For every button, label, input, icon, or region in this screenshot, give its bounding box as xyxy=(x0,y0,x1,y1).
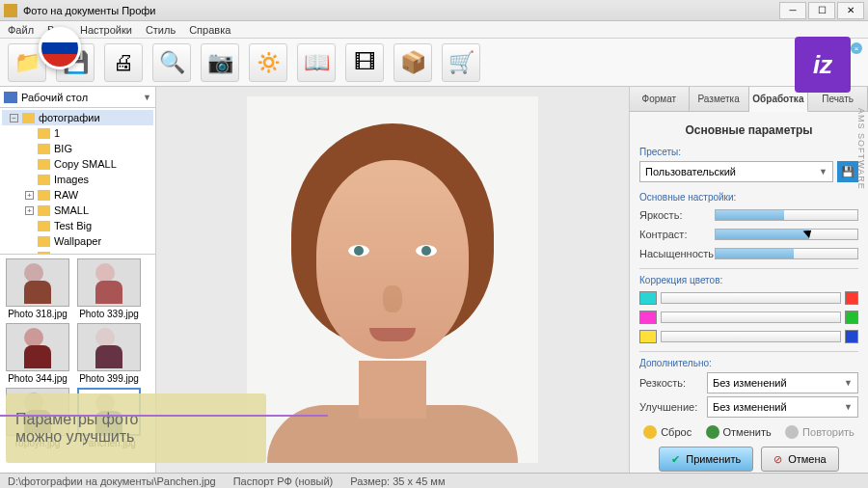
folder-icon xyxy=(22,113,35,123)
reset-button[interactable]: Сброс xyxy=(643,425,692,439)
extra-select[interactable]: Без изменений▼ xyxy=(707,396,858,418)
photo-preview[interactable] xyxy=(247,96,538,463)
check-icon: ✔ xyxy=(671,453,680,466)
tree-node[interactable]: BIG xyxy=(2,141,153,156)
desktop-icon xyxy=(4,92,17,103)
chevron-down-icon: ▼ xyxy=(143,93,151,102)
tree-node[interactable]: Copy SMALL xyxy=(2,156,153,172)
folder-icon xyxy=(38,159,50,170)
menu-help[interactable]: Справка xyxy=(189,24,231,36)
tooltip-overlay: Параметры фото можно улучшить xyxy=(6,393,266,463)
cancel-icon: ⊘ xyxy=(773,453,782,466)
thumbnail[interactable]: Photo 344.jpg xyxy=(4,323,71,384)
chevron-down-icon: ▼ xyxy=(844,378,853,388)
basic-label: Основные настройки: xyxy=(639,192,858,203)
titlebar: Фото на документы Профи ─ ☐ ✕ xyxy=(0,0,868,21)
color-label: Коррекция цветов: xyxy=(639,275,858,285)
status-passport: Паспорт РФ (новый) xyxy=(233,475,334,487)
slider-2[interactable]: Насыщенность: xyxy=(639,245,858,262)
redo-button[interactable]: Повторить xyxy=(785,425,854,439)
tree-node[interactable]: +RAW xyxy=(2,187,153,203)
cart-button[interactable]: 🛒 xyxy=(442,43,480,82)
brightness-button[interactable]: 🔅 xyxy=(249,43,287,82)
thumbnail[interactable]: Photo 339.jpg xyxy=(75,258,143,319)
chevron-down-icon: ▼ xyxy=(819,167,827,176)
extra-select[interactable]: Без изменений▼ xyxy=(707,372,858,393)
undo-icon xyxy=(706,425,719,439)
chevron-down-icon: ▼ xyxy=(844,402,853,412)
close-button[interactable]: ✕ xyxy=(837,2,864,19)
reset-icon xyxy=(643,425,657,439)
progress-line xyxy=(0,415,328,417)
menubar: Файл Вид Настройки Стиль Справка xyxy=(0,21,868,39)
folder-icon xyxy=(38,190,50,201)
thumbnail[interactable]: Photo 318.jpg xyxy=(4,258,71,319)
color-row-0[interactable] xyxy=(639,289,858,307)
menu-file[interactable]: Файл xyxy=(8,24,34,36)
folder-icon xyxy=(38,205,50,216)
tree-node[interactable]: Wallpaper xyxy=(2,233,153,249)
undo-button[interactable]: Отменить xyxy=(706,425,772,439)
redo-icon xyxy=(785,425,799,439)
preset-select[interactable]: Пользовательский▼ xyxy=(639,161,833,182)
slider-0[interactable]: Яркость: xyxy=(639,206,858,224)
window-title: Фото на документы Профи xyxy=(23,5,156,16)
menu-style[interactable]: Стиль xyxy=(146,24,176,36)
tree-node[interactable]: Images xyxy=(2,172,153,187)
color-row-1[interactable] xyxy=(639,309,858,326)
panel-title: Основные параметры xyxy=(639,123,858,137)
brand-logo: iz xyxy=(795,37,851,93)
panel-close-icon[interactable]: × xyxy=(851,42,862,54)
folder-icon xyxy=(38,175,50,185)
extra-row-0: Резкость:Без изменений▼ xyxy=(639,372,858,393)
tab-1[interactable]: Разметка xyxy=(690,87,749,111)
folder-icon xyxy=(38,144,50,154)
toolbar: 📁 💾 🖨 🔍 📷 🔅 📖 🎞 📦 🛒 iz × xyxy=(0,39,868,87)
tree-node[interactable]: 1 xyxy=(2,125,153,141)
print-button[interactable]: 🖨 xyxy=(104,43,143,82)
status-file: D:\фотографии на документы\Panchen.jpg xyxy=(8,475,216,487)
folder-icon xyxy=(38,128,50,139)
tree-root[interactable]: −фотографии xyxy=(2,110,153,125)
location-selector[interactable]: Рабочий стол ▼ xyxy=(0,87,155,108)
save-preset-button[interactable]: 💾 xyxy=(837,161,858,182)
package-button[interactable]: 📦 xyxy=(393,43,432,82)
extra-row-1: Улучшение:Без изменений▼ xyxy=(639,396,858,418)
folder-icon xyxy=(38,221,50,231)
status-size: Размер: 35 x 45 мм xyxy=(350,475,445,487)
video-button[interactable]: 🎞 xyxy=(345,43,384,82)
extra-label: Дополнительно: xyxy=(639,358,858,368)
right-panel: ФорматРазметкаОбработкаПечать Основные п… xyxy=(629,87,868,473)
app-icon xyxy=(4,4,17,17)
menu-settings[interactable]: Настройки xyxy=(80,24,132,36)
manual-button[interactable]: 📖 xyxy=(297,43,336,82)
slider-1[interactable]: Контраст: xyxy=(639,226,858,243)
tree-node[interactable]: +SMALL xyxy=(2,203,153,218)
folder-icon xyxy=(38,236,50,247)
maximize-button[interactable]: ☐ xyxy=(808,2,835,19)
apply-button[interactable]: ✔Применить xyxy=(659,447,753,472)
folder-tree[interactable]: −фотографии 1BIGCopy SMALLImages+RAW+SMA… xyxy=(0,108,155,255)
minimize-button[interactable]: ─ xyxy=(779,2,806,19)
cancel-button[interactable]: ⊘Отмена xyxy=(761,447,838,472)
preset-label: Пресеты: xyxy=(639,147,858,157)
status-bar: D:\фотографии на документы\Panchen.jpg П… xyxy=(0,473,868,488)
flag-russia-icon xyxy=(39,27,81,69)
watermark: AMS SOFTWARE xyxy=(856,108,866,190)
tree-node[interactable]: Test Big xyxy=(2,218,153,233)
thumbnail[interactable]: Photo 399.jpg xyxy=(75,323,143,384)
location-label: Рабочий стол xyxy=(21,92,88,103)
color-row-2[interactable] xyxy=(639,328,858,345)
zoom-button[interactable]: 🔍 xyxy=(152,43,191,82)
camera-button[interactable]: 📷 xyxy=(201,43,239,82)
tab-0[interactable]: Формат xyxy=(630,87,690,111)
